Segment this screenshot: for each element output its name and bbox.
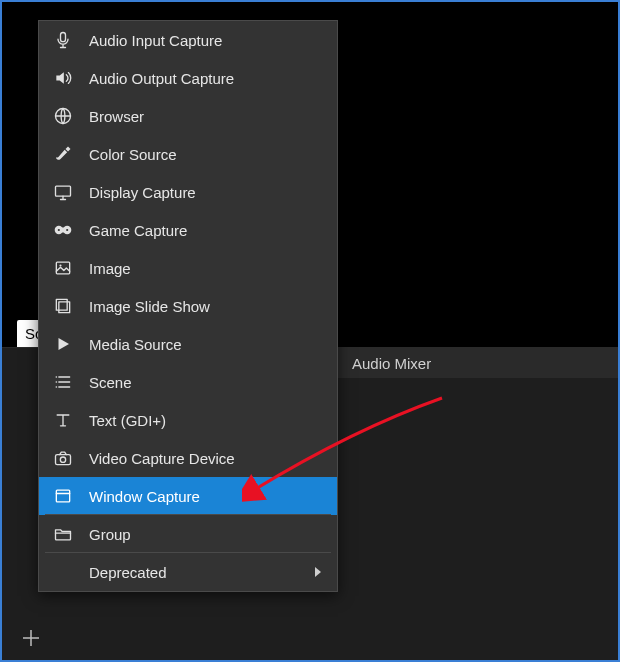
audio-mixer-tab[interactable]: Audio Mixer <box>334 348 620 378</box>
menu-item-browser[interactable]: Browser <box>39 97 337 135</box>
menu-item-label: Video Capture Device <box>89 450 325 467</box>
menu-item-audio-input-capture[interactable]: Audio Input Capture <box>39 21 337 59</box>
svg-rect-5 <box>59 228 67 233</box>
slides-icon <box>51 294 75 318</box>
speaker-icon <box>51 66 75 90</box>
menu-item-group[interactable]: Group <box>39 515 337 553</box>
brush-icon <box>51 142 75 166</box>
play-icon <box>51 332 75 356</box>
submenu-arrow-icon <box>315 567 321 577</box>
menu-item-color-source[interactable]: Color Source <box>39 135 337 173</box>
svg-point-9 <box>59 264 61 266</box>
list-icon <box>51 370 75 394</box>
svg-point-12 <box>56 376 58 378</box>
menu-item-label: Browser <box>89 108 325 125</box>
gamepad-icon <box>51 218 75 242</box>
menu-item-window-capture[interactable]: Window Capture <box>39 477 337 515</box>
menu-item-label: Display Capture <box>89 184 325 201</box>
menu-item-label: Image Slide Show <box>89 298 325 315</box>
menu-item-scene[interactable]: Scene <box>39 363 337 401</box>
menu-item-label: Image <box>89 260 325 277</box>
svg-rect-17 <box>56 490 69 502</box>
svg-rect-2 <box>56 186 71 196</box>
menu-item-label: Group <box>89 526 325 543</box>
menu-item-audio-output-capture[interactable]: Audio Output Capture <box>39 59 337 97</box>
menu-item-image-slide-show[interactable]: Image Slide Show <box>39 287 337 325</box>
monitor-icon <box>51 180 75 204</box>
svg-point-14 <box>56 386 58 388</box>
audio-mixer-tab-label: Audio Mixer <box>344 351 439 376</box>
add-source-menu: Audio Input CaptureAudio Output CaptureB… <box>38 20 338 592</box>
plus-icon <box>20 627 42 649</box>
globe-icon <box>51 104 75 128</box>
menu-item-label: Color Source <box>89 146 325 163</box>
svg-point-6 <box>58 229 60 231</box>
svg-rect-15 <box>56 455 71 465</box>
menu-item-label: Deprecated <box>89 564 301 581</box>
svg-rect-0 <box>61 33 66 42</box>
menu-item-label: Audio Output Capture <box>89 70 325 87</box>
folder-icon <box>51 522 75 546</box>
mic-icon <box>51 28 75 52</box>
menu-item-video-capture-device[interactable]: Video Capture Device <box>39 439 337 477</box>
menu-item-game-capture[interactable]: Game Capture <box>39 211 337 249</box>
text-icon <box>51 408 75 432</box>
svg-rect-11 <box>56 299 67 310</box>
menu-item-label: Text (GDI+) <box>89 412 325 429</box>
window-icon <box>51 484 75 508</box>
menu-item-label: Window Capture <box>89 488 325 505</box>
menu-item-image[interactable]: Image <box>39 249 337 287</box>
menu-item-display-capture[interactable]: Display Capture <box>39 173 337 211</box>
menu-item-label: Scene <box>89 374 325 391</box>
svg-rect-8 <box>56 262 69 274</box>
menu-item-media-source[interactable]: Media Source <box>39 325 337 363</box>
blank-icon <box>51 560 75 584</box>
svg-point-7 <box>66 229 68 231</box>
menu-item-deprecated[interactable]: Deprecated <box>39 553 337 591</box>
camera-icon <box>51 446 75 470</box>
image-icon <box>51 256 75 280</box>
menu-item-label: Audio Input Capture <box>89 32 325 49</box>
svg-point-16 <box>60 457 65 462</box>
menu-item-text-gdi[interactable]: Text (GDI+) <box>39 401 337 439</box>
menu-item-label: Media Source <box>89 336 325 353</box>
svg-point-13 <box>56 381 58 383</box>
add-source-button[interactable] <box>17 624 45 652</box>
svg-rect-10 <box>59 302 70 313</box>
menu-item-label: Game Capture <box>89 222 325 239</box>
